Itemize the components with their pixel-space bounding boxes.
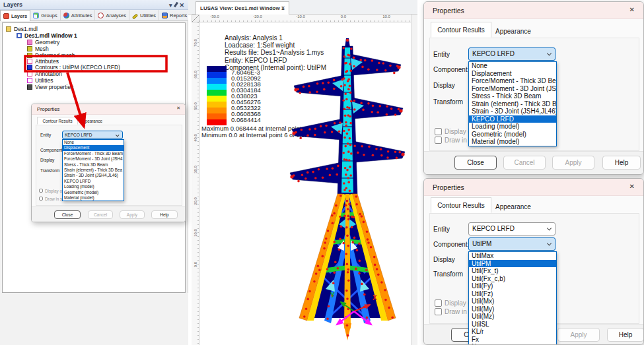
model-canvas[interactable]: Analysis: Analysis 1Loadcase: 1:Self wei… [199,22,411,345]
ruler-x-label: 10.0 [378,15,395,18]
entity-option[interactable]: Stress - Thick 3D Beam [469,92,556,100]
tab-contour-results[interactable]: Contour Results [431,197,491,213]
legend-color-swatch [207,66,227,72]
entity-option[interactable]: Geometric (model) [63,190,124,195]
display-on-label: Display o [45,189,62,193]
tree-item-utilities[interactable]: Utilities [27,77,53,84]
view-properties-icon [27,84,32,90]
layers-icon [3,13,9,19]
entity-combobox[interactable]: KEPCO LRFD [62,131,123,139]
entity-option[interactable]: Geometric (model) [469,131,556,139]
apply-button: Apply [552,156,594,170]
tree-item-contours[interactable]: Contours : UtilPM (KEPCO LRFD) [27,64,120,71]
help-button[interactable]: Help [607,328,644,342]
view-tab-close-icon[interactable]: ✕ [281,2,285,15]
draw-in-checkbox[interactable] [435,137,442,144]
layers-panel-title: Layers [3,1,22,8]
component-option[interactable]: Util(Fy) [469,282,556,290]
tree-item-annotation[interactable]: Annotation [27,71,62,77]
entity-option[interactable]: Displacement [469,70,556,78]
component-option[interactable]: Fx [469,336,556,344]
tab-contour-results[interactable]: Contour Results [431,22,491,38]
entity-option[interactable]: Force/Moment - Thick 3D Beam [469,77,556,85]
entity-option[interactable]: Strain (element) - Thick 3D Bea [63,168,124,173]
tree-item-geometry[interactable]: Geometry [27,39,59,46]
component-option[interactable]: Util(My) [469,305,556,313]
tab-groups[interactable]: Groups [30,10,61,21]
view-scrollbar[interactable] [411,15,417,345]
close-button[interactable]: Close [454,156,497,170]
tree-item-model[interactable]: Des1.mdl [6,26,38,32]
tab-layers[interactable]: Layers [0,10,30,21]
entity-option[interactable]: None [63,140,124,145]
view-tab[interactable]: LUSAS View: Des1.mdl Window 1 ✕ [196,1,289,15]
component-option[interactable]: Util(Fx_t) [469,267,556,275]
display-on-checkbox[interactable] [435,128,442,135]
apply-button: Apply [120,210,145,219]
dialog-titlebar[interactable]: Properties [32,104,185,115]
component-option[interactable]: UtilPM [469,260,556,268]
legend-color-swatch [207,78,227,84]
draw-in-checkbox[interactable] [435,308,442,315]
entity-option[interactable]: KEPCO LRFD [63,179,124,184]
component-combobox[interactable]: UtilPM [468,237,555,251]
ruler-y-label: 40.0 [194,129,197,146]
close-icon[interactable]: ✕ [629,183,635,190]
tab-utilities[interactable]: Utilities [129,10,159,21]
y-axis-label: Y [330,292,335,299]
tab-appearance[interactable]: Appearance [495,201,547,213]
component-option[interactable]: Util(Mz) [469,313,556,321]
entity-option[interactable]: Stress - Thick 3D Beam [63,162,124,168]
close-icon[interactable]: ✕ [176,106,180,111]
tree-item-mesh[interactable]: Mesh [27,46,49,52]
ruler-x-label: 0.0 [335,15,352,18]
entity-option[interactable]: Displacement [63,145,124,150]
component-option[interactable]: KL/r [469,328,556,336]
draw-in-checkbox[interactable] [39,197,43,201]
ruler-x-label: -30.0 [206,15,223,18]
entity-option[interactable]: Strain - 3D Joint (JSH4,JL46) [469,108,556,115]
entity-option[interactable]: Force/Moment - 3D Joint (JSH4 [469,85,556,93]
entity-option[interactable]: Loading (model) [63,184,124,189]
entity-option[interactable]: Material (model) [63,195,124,201]
entity-option[interactable]: Strain - 3D Joint (JSH4,JL46) [63,173,124,178]
component-option[interactable]: UtilSL [469,321,556,329]
entity-option[interactable]: Force/Moment - Thick 3D Beam [63,151,124,156]
entity-option[interactable]: Loading (model) [469,123,556,131]
tab-reports[interactable]: Reports [159,10,190,21]
display-on-checkbox[interactable] [435,299,442,307]
properties-dialog-entity: Properties ✕ Contour Results Appearance … [423,1,644,175]
entity-option[interactable]: Strain (element) - Thick 3D Bea [469,100,556,108]
dialog-titlebar[interactable]: Properties [424,2,643,19]
entity-combobox[interactable]: KEPCO LRFD [468,222,555,235]
help-button[interactable]: Help [151,210,178,219]
tree-item-view-properties[interactable]: View properties [27,84,73,90]
apply-button: Apply [557,328,600,342]
tab-contour-results[interactable]: Contour Results [37,117,78,125]
pin-icon[interactable] [174,2,178,7]
tab-attributes[interactable]: Attributes [61,10,96,21]
close-button[interactable]: Close [54,210,81,219]
dialog-titlebar[interactable]: Properties [424,179,643,196]
close-icon[interactable]: ✕ [629,6,635,13]
entity-option[interactable]: Material (model) [469,138,556,146]
axes-triad: Y X [325,290,384,340]
component-option[interactable]: UtilMax [469,252,556,260]
tab-appearance[interactable]: Appearance [495,26,547,38]
entity-option[interactable]: KEPCO LRFD [469,115,556,123]
component-option[interactable]: Util(Fz) [469,290,556,298]
component-option[interactable]: Util(Fx_c,b) [469,275,556,283]
entity-option[interactable]: None [469,62,556,70]
annotation-layer-icon [27,71,32,77]
component-option[interactable]: Util(Mx) [469,298,556,305]
tab-appearance[interactable]: Appearance [80,118,112,125]
tree-item-window[interactable]: Des1.mdl Window 1 [17,32,77,39]
component-label: Component [433,66,468,73]
panel-close-icon[interactable]: ✕ [179,2,186,9]
entity-option[interactable]: Force/Moment - 3D Joint (JSH4 [63,156,124,162]
tab-analyses[interactable]: Analyses [95,10,129,21]
display-on-checkbox[interactable] [39,189,43,193]
help-button[interactable]: Help [602,156,641,170]
panel-menu-caret-icon[interactable]: ▾ [169,2,174,9]
entity-combobox[interactable]: KEPCO LRFD [468,47,555,61]
